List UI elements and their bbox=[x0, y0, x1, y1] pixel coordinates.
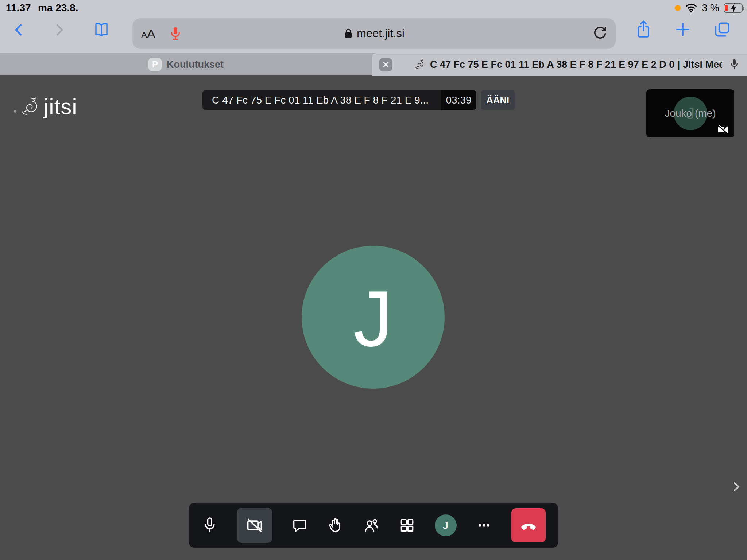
meeting-titlebar: C 47 Fc 75 E Fc 01 11 Eb A 38 E F 8 F 21… bbox=[202, 90, 515, 110]
hangup-phone-icon bbox=[519, 516, 538, 535]
participants-icon bbox=[363, 517, 380, 534]
jitsi-favicon-icon bbox=[415, 58, 426, 71]
tab-strip: P Koulutukset C 47 Fc 75 E Fc 01 11 Eb A… bbox=[0, 53, 747, 75]
charging-bolt-icon bbox=[729, 3, 738, 13]
bookmarks-button[interactable] bbox=[93, 21, 110, 39]
jitsi-ghost-icon bbox=[20, 96, 42, 118]
share-icon bbox=[635, 19, 652, 40]
chevron-left-icon bbox=[12, 22, 26, 38]
camera-off-icon bbox=[245, 516, 264, 535]
artifact-dot bbox=[14, 110, 16, 113]
audio-aani-button[interactable]: ÄÄNI bbox=[481, 90, 515, 110]
plus-icon bbox=[674, 21, 691, 38]
url-display: meet.jit.si bbox=[132, 27, 616, 40]
meeting-title: C 47 Fc 75 E Fc 01 11 Eb A 38 E F 8 F 21… bbox=[202, 90, 441, 110]
reload-button[interactable] bbox=[592, 25, 608, 42]
wifi-icon bbox=[685, 3, 697, 13]
raise-hand-icon bbox=[327, 517, 344, 534]
chevron-right-icon bbox=[52, 22, 66, 38]
more-dots-icon bbox=[476, 517, 492, 534]
participant-avatar: J bbox=[302, 246, 445, 389]
profile-button[interactable]: J bbox=[435, 514, 457, 536]
jitsi-logo: jitsi bbox=[20, 94, 77, 119]
call-toolbar: J bbox=[189, 503, 558, 548]
hangup-button[interactable] bbox=[511, 508, 546, 542]
status-date: ma 23.8. bbox=[38, 2, 78, 14]
tabs-icon bbox=[713, 20, 731, 39]
meeting-title-pill[interactable]: C 47 Fc 75 E Fc 01 11 Eb A 38 E F 8 F 21… bbox=[202, 90, 476, 110]
new-tab-button[interactable] bbox=[673, 20, 693, 39]
reload-icon bbox=[592, 25, 608, 42]
share-button[interactable] bbox=[634, 20, 653, 39]
participant-avatar-letter: J bbox=[353, 273, 393, 364]
tab-audio-mic-icon[interactable] bbox=[729, 58, 740, 71]
jitsi-logo-text: jitsi bbox=[44, 94, 77, 119]
close-icon bbox=[382, 61, 390, 68]
tab-favicon-p: P bbox=[148, 58, 162, 71]
tab-jitsi-meet[interactable]: C 47 Fc 75 E Fc 01 11 Eb A 38 E F 8 F 21… bbox=[372, 53, 747, 76]
status-right-cluster: 3 % bbox=[675, 2, 743, 14]
self-video-thumbnail[interactable]: J Jouko (me) bbox=[646, 89, 734, 137]
microphone-icon bbox=[201, 516, 218, 534]
battery-percent: 3 % bbox=[702, 2, 719, 14]
raise-hand-button[interactable] bbox=[327, 517, 344, 534]
tab-koulutukset[interactable]: P Koulutukset bbox=[0, 53, 372, 76]
camera-off-icon bbox=[717, 124, 729, 135]
url-text: meet.jit.si bbox=[357, 27, 405, 40]
filmstrip-toggle[interactable] bbox=[727, 477, 745, 497]
address-bar[interactable]: AA meet.jit.si bbox=[132, 18, 616, 49]
forward-button[interactable] bbox=[50, 21, 68, 39]
book-icon bbox=[93, 21, 110, 39]
microphone-button[interactable] bbox=[201, 517, 218, 534]
tabs-overview-button[interactable] bbox=[712, 20, 732, 39]
lock-icon bbox=[344, 28, 353, 39]
chat-button[interactable] bbox=[291, 517, 308, 534]
mic-active-indicator-dot bbox=[675, 5, 681, 11]
participants-button[interactable] bbox=[363, 517, 380, 534]
more-options-button[interactable] bbox=[476, 517, 492, 534]
tab-jitsi-meet-label: C 47 Fc 75 E Fc 01 11 Eb A 38 E F 8 F 21… bbox=[430, 59, 722, 70]
chevron-right-icon bbox=[730, 479, 742, 495]
close-tab-button[interactable] bbox=[379, 58, 392, 71]
battery-level-fill bbox=[725, 5, 728, 11]
app-root: 11.37 ma 23.8. 3 % bbox=[0, 0, 747, 560]
battery-nub bbox=[743, 7, 744, 10]
camera-button[interactable] bbox=[237, 508, 272, 543]
chat-icon bbox=[291, 517, 308, 534]
meeting-timer: 03:39 bbox=[441, 90, 476, 110]
tile-view-icon bbox=[399, 517, 415, 534]
status-time: 11.37 bbox=[6, 2, 31, 14]
tile-view-button[interactable] bbox=[399, 517, 415, 534]
tab-koulutukset-label: Koulutukset bbox=[167, 59, 224, 70]
back-button[interactable] bbox=[10, 21, 28, 39]
battery-icon bbox=[724, 3, 743, 13]
